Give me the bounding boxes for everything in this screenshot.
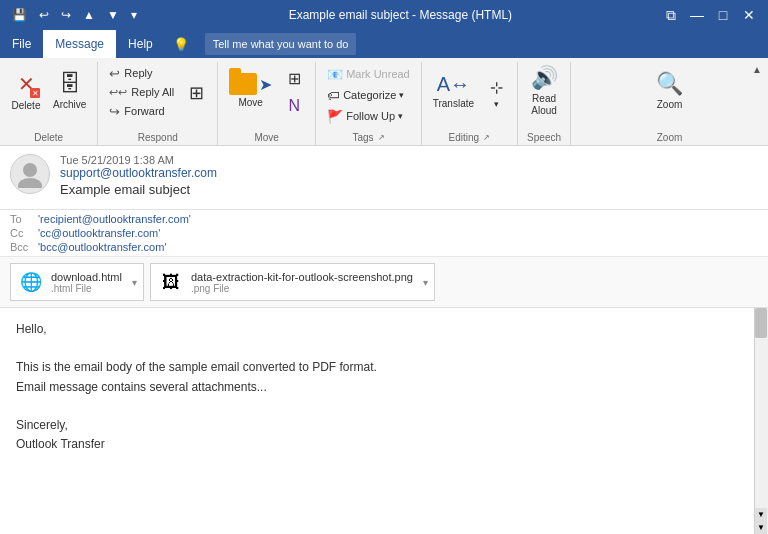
respond-group-content: ↩ Reply ↩↩ Reply All ↪ Forward ⊞ xyxy=(104,62,211,130)
tags-group-content: 📧 Mark Unread 🏷 Categorize ▾ 🚩 Follow Up… xyxy=(322,62,415,130)
ribbon-group-respond: ↩ Reply ↩↩ Reply All ↪ Forward ⊞ Respond xyxy=(98,62,218,145)
sender-row: Tue 5/21/2019 1:38 AM support@outlooktra… xyxy=(10,154,758,197)
read-aloud-button[interactable]: 🔊 ReadAloud xyxy=(524,62,564,120)
delete-group-label: Delete xyxy=(6,130,91,145)
attachment-png[interactable]: 🖼 data-extraction-kit-for-outlook-screen… xyxy=(150,263,435,301)
reply-all-label: Reply All xyxy=(131,86,174,98)
tags-expand-icon[interactable]: ↗ xyxy=(378,133,385,142)
translate-icon: A↔ xyxy=(437,73,470,96)
respond-more-icon: ⊞ xyxy=(189,82,204,104)
sender-email[interactable]: support@outlooktransfer.com xyxy=(60,166,758,180)
respond-more-button[interactable]: ⊞ xyxy=(181,64,211,122)
tell-me-input[interactable]: Tell me what you want to do xyxy=(205,33,357,55)
email-body-container: Hello, This is the email body of the sam… xyxy=(0,308,768,534)
recipients: To 'recipient@outlooktransfer.com' Cc 'c… xyxy=(0,210,768,257)
menu-help[interactable]: Help xyxy=(116,30,165,58)
minimize-button[interactable]: — xyxy=(686,4,708,26)
move-button[interactable]: ➤ Move xyxy=(224,62,277,120)
attachment-html-icon: 🌐 xyxy=(17,268,45,296)
ribbon: ✕ ✕ Delete 🗄 Archive Delete ↩ Reply xyxy=(0,58,768,146)
attachment-png-dropdown-icon[interactable]: ▾ xyxy=(423,277,428,288)
ribbon-group-zoom: 🔍 Zoom Zoom ▲ xyxy=(571,62,768,145)
save-button[interactable]: 💾 xyxy=(8,6,31,24)
respond-buttons: ↩ Reply ↩↩ Reply All ↪ Forward xyxy=(104,62,179,120)
select-button[interactable]: ⊹ ▾ xyxy=(481,64,511,122)
forward-label: Forward xyxy=(124,105,164,117)
bcc-value[interactable]: 'bcc@outlooktransfer.com' xyxy=(38,241,166,253)
attachment-png-name: data-extraction-kit-for-outlook-screensh… xyxy=(191,271,413,283)
delete-button[interactable]: ✕ ✕ Delete xyxy=(6,62,46,120)
reply-icon: ↩ xyxy=(109,66,120,81)
undo-button[interactable]: ↩ xyxy=(35,6,53,24)
zoom-group-label: Zoom xyxy=(577,130,762,145)
email-line2: Email message contains several attachmen… xyxy=(16,378,752,397)
email-greeting: Hello, xyxy=(16,320,752,339)
attachment-html-name: download.html xyxy=(51,271,122,283)
up-button[interactable]: ▲ xyxy=(79,6,99,24)
attachment-png-details: data-extraction-kit-for-outlook-screensh… xyxy=(191,271,413,294)
reply-button[interactable]: ↩ Reply xyxy=(104,64,179,82)
to-value[interactable]: 'recipient@outlooktransfer.com' xyxy=(38,213,191,225)
follow-up-dropdown-icon: ▾ xyxy=(398,111,403,121)
editing-expand-icon[interactable]: ↗ xyxy=(483,133,490,142)
categorize-label: Categorize xyxy=(343,89,396,101)
move-onenote-button[interactable]: N xyxy=(279,92,309,120)
down-button[interactable]: ▼ xyxy=(103,6,123,24)
onenote-icon: N xyxy=(288,97,300,115)
ribbon-group-tags: 📧 Mark Unread 🏷 Categorize ▾ 🚩 Follow Up… xyxy=(316,62,422,145)
menu-bar: File Message Help 💡 Tell me what you wan… xyxy=(0,30,768,58)
email-header: Tue 5/21/2019 1:38 AM support@outlooktra… xyxy=(0,146,768,210)
customize-button[interactable]: ▾ xyxy=(127,6,141,24)
move-rules-button[interactable]: ⊞ xyxy=(279,64,309,92)
read-aloud-icon: 🔊 xyxy=(531,65,558,91)
menu-message[interactable]: Message xyxy=(43,30,116,58)
translate-button[interactable]: A↔ Translate xyxy=(428,62,479,120)
scrollbar-end-arrow[interactable]: ▼ xyxy=(755,520,767,534)
attachment-html-dropdown-icon[interactable]: ▾ xyxy=(132,277,137,288)
to-row: To 'recipient@outlooktransfer.com' xyxy=(10,212,758,226)
quick-access-toolbar: 💾 ↩ ↪ ▲ ▼ ▾ xyxy=(8,6,141,24)
reply-all-button[interactable]: ↩↩ Reply All xyxy=(104,83,179,101)
follow-up-label: Follow Up xyxy=(346,110,395,122)
respond-group-label: Respond xyxy=(104,130,211,145)
zoom-label: Zoom xyxy=(657,99,683,111)
cc-row: Cc 'cc@outlooktransfer.com' xyxy=(10,226,758,240)
ribbon-collapse-button[interactable]: ▲ xyxy=(748,64,766,79)
editing-group-label: Editing ↗ xyxy=(428,130,511,145)
ribbon-group-delete: ✕ ✕ Delete 🗄 Archive Delete xyxy=(0,62,98,145)
redo-button[interactable]: ↪ xyxy=(57,6,75,24)
email-closing: Sincerely, xyxy=(16,416,752,435)
tags-buttons: 📧 Mark Unread 🏷 Categorize ▾ 🚩 Follow Up… xyxy=(322,62,415,126)
follow-up-button[interactable]: 🚩 Follow Up ▾ xyxy=(322,106,415,126)
scrollbar-down-arrow[interactable]: ▼ xyxy=(755,508,767,520)
archive-button[interactable]: 🗄 Archive xyxy=(48,62,91,120)
sender-info: Tue 5/21/2019 1:38 AM support@outlooktra… xyxy=(60,154,758,197)
email-container: Tue 5/21/2019 1:38 AM support@outlooktra… xyxy=(0,146,768,534)
scrollbar-thumb[interactable] xyxy=(755,308,767,338)
forward-button[interactable]: ↪ Forward xyxy=(104,102,179,120)
move-extra-buttons: ⊞ N xyxy=(279,62,309,120)
scrollbar-track[interactable]: ▼ ▼ xyxy=(754,308,768,534)
move-group-label: Move xyxy=(224,130,309,145)
zoom-button[interactable]: 🔍 Zoom xyxy=(650,62,690,120)
menu-file[interactable]: File xyxy=(0,30,43,58)
move-label: Move xyxy=(238,97,262,109)
mark-unread-button[interactable]: 📧 Mark Unread xyxy=(322,64,415,84)
attachment-html-type: .html File xyxy=(51,283,122,294)
restore-window-button[interactable]: ⧉ xyxy=(660,4,682,26)
editing-extra-buttons: ⊹ ▾ xyxy=(481,62,511,122)
read-aloud-label: ReadAloud xyxy=(531,93,557,117)
follow-up-icon: 🚩 xyxy=(327,109,343,124)
maximize-button[interactable]: □ xyxy=(712,4,734,26)
categorize-dropdown-icon: ▾ xyxy=(399,90,404,100)
categorize-button[interactable]: 🏷 Categorize ▾ xyxy=(322,85,415,105)
translate-label: Translate xyxy=(433,98,474,110)
close-button[interactable]: ✕ xyxy=(738,4,760,26)
attachment-html[interactable]: 🌐 download.html .html File ▾ xyxy=(10,263,144,301)
email-body: Hello, This is the email body of the sam… xyxy=(0,308,768,466)
cc-value[interactable]: 'cc@outlooktransfer.com' xyxy=(38,227,160,239)
window-title: Example email subject - Message (HTML) xyxy=(141,8,660,22)
attachments-bar: 🌐 download.html .html File ▾ 🖼 data-extr… xyxy=(0,257,768,308)
cc-label: Cc xyxy=(10,227,38,239)
sender-date: Tue 5/21/2019 1:38 AM xyxy=(60,154,758,166)
